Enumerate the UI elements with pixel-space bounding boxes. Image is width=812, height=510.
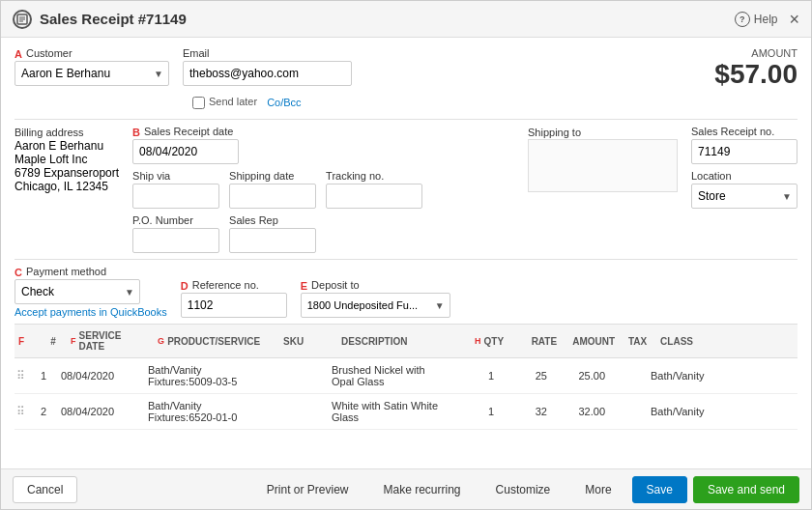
send-label-text: Send later bbox=[209, 96, 257, 107]
annotation-b: B bbox=[132, 127, 140, 138]
drag-handle-1[interactable]: ⠿ bbox=[14, 369, 32, 382]
payment-method-input[interactable] bbox=[15, 281, 120, 302]
col-tax-header: TAX bbox=[621, 334, 654, 349]
tracking-no-label: Tracking no. bbox=[326, 170, 422, 182]
ship-via-input[interactable] bbox=[132, 184, 219, 209]
row1-class: Bath/Vanity bbox=[645, 368, 717, 383]
shipping-date-input[interactable] bbox=[229, 184, 316, 209]
section-cde: C Payment method ▼ Accept payments in Qu… bbox=[14, 266, 798, 318]
modal-header: Sales Receipt #71149 ? Help × bbox=[1, 1, 811, 38]
right-fields-section: Sales Receipt no. Location ▼ bbox=[691, 126, 798, 253]
payment-method-label: Payment method bbox=[26, 266, 106, 277]
location-dropdown[interactable]: ▼ bbox=[691, 184, 798, 209]
location-input[interactable] bbox=[692, 185, 777, 207]
drag-handle-2[interactable]: ⠿ bbox=[14, 405, 32, 418]
customer-input[interactable] bbox=[15, 63, 149, 84]
receipt-no-input[interactable] bbox=[691, 139, 798, 164]
po-number-label: P.O. Number bbox=[132, 214, 219, 226]
col-amount-header: AMOUNT bbox=[563, 334, 621, 349]
receipt-date-input[interactable] bbox=[132, 139, 239, 164]
table-header: F # F SERVICE DATE G PRODUCT/SERVICE SKU… bbox=[14, 324, 798, 358]
col-class-header: CLASS bbox=[654, 334, 727, 349]
deposit-to-arrow[interactable]: ▼ bbox=[430, 300, 450, 311]
help-icon: ? bbox=[735, 12, 750, 27]
sales-rep-input[interactable] bbox=[229, 228, 316, 253]
location-group: Location ▼ bbox=[691, 170, 798, 209]
mid-fields-section: B Sales Receipt date Ship via Shipping d… bbox=[132, 126, 514, 253]
ship-via-label: Ship via bbox=[132, 170, 219, 182]
sales-receipt-modal: Sales Receipt #71149 ? Help × A Customer bbox=[0, 0, 812, 510]
amount-value: $57.00 bbox=[714, 59, 798, 90]
annotation-d: D bbox=[181, 280, 188, 292]
row1-tax bbox=[611, 374, 645, 378]
row2-qty: 1 bbox=[451, 404, 500, 419]
annotation-f2: F bbox=[71, 336, 76, 346]
help-button[interactable]: ? Help bbox=[735, 12, 778, 27]
customer-email-row: A Customer ▼ Email bbox=[14, 47, 352, 86]
billing-address-section: Billing address Aaron E Berhanu Maple Lo… bbox=[14, 126, 119, 253]
footer-right: Print or Preview Make recurring Customiz… bbox=[252, 476, 799, 503]
row1-amount: 25.00 bbox=[553, 368, 611, 383]
amount-section: AMOUNT $57.00 bbox=[714, 47, 798, 90]
section-divider-1 bbox=[14, 119, 798, 120]
annotation-c: C bbox=[14, 267, 22, 278]
print-preview-button[interactable]: Print or Preview bbox=[252, 476, 363, 503]
deposit-to-input[interactable] bbox=[302, 296, 430, 315]
table-row: ⠿ 1 08/04/2020 Bath/Vanity Fixtures:5009… bbox=[14, 358, 798, 394]
more-button[interactable]: More bbox=[570, 476, 625, 503]
email-label: Email bbox=[183, 47, 352, 59]
row1-description: Brushed Nickel with Opal Glass bbox=[326, 362, 451, 389]
save-button[interactable]: Save bbox=[632, 476, 687, 503]
col-rate-header: RATE bbox=[509, 334, 563, 349]
sales-rep-label: Sales Rep bbox=[229, 214, 316, 226]
section-divider-2 bbox=[14, 259, 798, 260]
row2-num: 2 bbox=[32, 404, 55, 419]
customer-field-group: A Customer ▼ bbox=[14, 47, 169, 86]
col-desc-header: DESCRIPTION bbox=[335, 334, 461, 349]
payment-method-dropdown[interactable]: ▼ bbox=[14, 279, 140, 304]
reference-no-label: Reference no. bbox=[192, 279, 259, 291]
po-number-group: P.O. Number bbox=[132, 214, 219, 253]
receipt-no-group: Sales Receipt no. bbox=[691, 126, 798, 164]
row1-service-date: 08/04/2020 bbox=[55, 368, 142, 383]
reference-no-input[interactable] bbox=[181, 293, 287, 318]
modal-title: Sales Receipt #71149 bbox=[40, 11, 187, 27]
receipt-date-group: B Sales Receipt date bbox=[132, 126, 514, 164]
cobcc-link[interactable]: Co/Bcc bbox=[267, 97, 301, 108]
cancel-button[interactable]: Cancel bbox=[13, 476, 77, 503]
row2-description: White with Satin White Glass bbox=[326, 398, 451, 425]
save-and-send-button[interactable]: Save and send bbox=[693, 476, 799, 503]
close-button[interactable]: × bbox=[789, 11, 799, 28]
location-dropdown-arrow[interactable]: ▼ bbox=[777, 191, 797, 202]
section-b-row: Billing address Aaron E Berhanu Maple Lo… bbox=[14, 126, 798, 253]
tracking-no-input[interactable] bbox=[326, 184, 422, 209]
shipping-row: Ship via Shipping date Tracking no. bbox=[132, 170, 514, 209]
row2-sku bbox=[268, 410, 326, 413]
payment-method-arrow[interactable]: ▼ bbox=[120, 287, 139, 298]
billing-address-text: Aaron E Berhanu Maple Loft Inc 6789 Expa… bbox=[14, 139, 119, 193]
modal-body: A Customer ▼ Email AMOUNT $57.00 bbox=[1, 38, 811, 468]
customer-dropdown-arrow[interactable]: ▼ bbox=[149, 69, 168, 79]
receipt-icon bbox=[13, 10, 32, 29]
deposit-to-dropdown[interactable]: ▼ bbox=[301, 293, 450, 318]
annotation-h: H bbox=[475, 336, 481, 346]
footer-left: Cancel bbox=[13, 476, 77, 503]
accept-payments-link[interactable]: Accept payments in QuickBooks bbox=[14, 306, 167, 318]
section-a: A Customer ▼ Email AMOUNT $57.00 bbox=[14, 47, 798, 90]
shipping-to-box[interactable] bbox=[528, 139, 678, 192]
customize-button[interactable]: Customize bbox=[481, 476, 566, 503]
ship-via-group: Ship via bbox=[132, 170, 219, 209]
address-line-3: 6789 Expanseroport bbox=[14, 166, 119, 180]
col-num-header: # bbox=[42, 334, 65, 349]
reference-no-group: D Reference no. bbox=[181, 279, 287, 318]
make-recurring-button[interactable]: Make recurring bbox=[369, 476, 476, 503]
customer-dropdown[interactable]: ▼ bbox=[14, 61, 169, 86]
send-label-checkbox[interactable] bbox=[192, 97, 205, 109]
send-label-checkbox-row: Send later bbox=[192, 96, 257, 109]
col-sku-header: SKU bbox=[277, 334, 335, 349]
shipping-to-section: Shipping to bbox=[528, 126, 678, 253]
po-number-input[interactable] bbox=[132, 228, 219, 253]
email-input[interactable] bbox=[183, 61, 352, 86]
header-right: ? Help × bbox=[735, 11, 799, 28]
email-field-group: Email bbox=[183, 47, 352, 86]
